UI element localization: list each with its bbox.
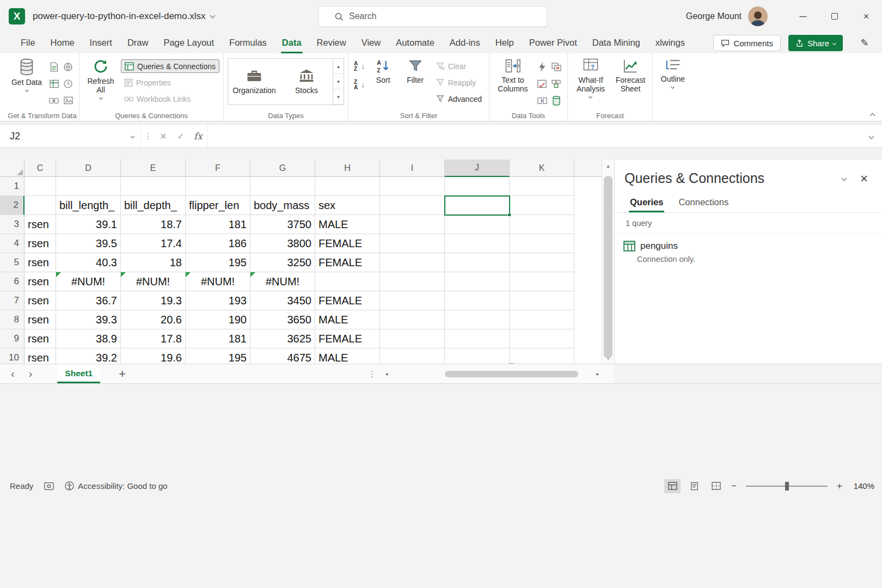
cell-J2[interactable] <box>445 196 510 215</box>
cell-C7[interactable]: rsen <box>24 291 56 310</box>
zoom-out-button[interactable]: − <box>730 481 738 492</box>
prev-sheet-button[interactable]: ‹ <box>11 367 15 380</box>
cell-H10[interactable]: MALE <box>315 348 380 364</box>
cell-E5[interactable]: 18 <box>121 253 186 272</box>
cell-H3[interactable]: MALE <box>315 215 380 234</box>
page-layout-view-button[interactable] <box>686 479 702 493</box>
tab-queries[interactable]: Queries <box>624 193 669 212</box>
cell-G9[interactable]: 3625 <box>250 329 315 348</box>
close-button[interactable]: × <box>850 0 882 33</box>
cell-J1[interactable] <box>445 177 510 196</box>
cell-F6[interactable]: #NUM! <box>186 272 250 291</box>
reapply-filter-button[interactable]: Reapply <box>433 76 485 89</box>
cell-F10[interactable]: 195 <box>186 348 250 364</box>
cell-E3[interactable]: 18.7 <box>121 215 186 234</box>
from-text-csv-icon[interactable] <box>48 61 60 73</box>
forecast-sheet-button[interactable]: Forecast Sheet <box>612 56 648 93</box>
workbook-title[interactable]: power-query-to-python-in-excel-demo.xlsx <box>33 11 205 22</box>
tab-connections[interactable]: Connections <box>673 193 734 212</box>
cell-D3[interactable]: 39.1 <box>56 215 121 234</box>
accessibility-icon[interactable] <box>65 481 74 491</box>
cell-I3[interactable] <box>380 215 445 234</box>
accessibility-status[interactable]: Accessibility: Good to go <box>78 481 167 491</box>
avatar[interactable] <box>748 7 768 26</box>
maximize-button[interactable] <box>819 0 850 33</box>
cell-E8[interactable]: 20.6 <box>121 310 186 329</box>
cell-D8[interactable]: 39.3 <box>56 310 121 329</box>
cancel-entry-button[interactable]: ✕ <box>155 125 172 148</box>
col-header-D[interactable]: D <box>56 160 121 177</box>
what-if-analysis-button[interactable]: ? What-If Analysis <box>572 56 610 98</box>
row-header-9[interactable]: 9 <box>0 329 24 348</box>
get-data-button[interactable]: Get Data <box>9 56 44 91</box>
cell-G6[interactable]: #NUM! <box>250 272 315 291</box>
cell-H9[interactable]: FEMALE <box>315 329 380 348</box>
cell-E4[interactable]: 17.4 <box>121 234 186 253</box>
gallery-up-button[interactable]: ▴ <box>333 59 344 74</box>
cell-J10[interactable] <box>445 348 510 364</box>
confirm-entry-button[interactable]: ✓ <box>172 125 189 148</box>
cell-D5[interactable]: 40.3 <box>56 253 121 272</box>
cell-K4[interactable] <box>510 234 574 253</box>
col-header-G[interactable]: G <box>250 160 315 177</box>
cell-I6[interactable] <box>380 272 445 291</box>
page-break-preview-button[interactable] <box>708 479 724 493</box>
cell-J7[interactable] <box>445 291 510 310</box>
tab-scroll-splitter[interactable]: ⋮ <box>368 369 376 379</box>
col-header-F[interactable]: F <box>186 160 250 177</box>
cell-E1[interactable] <box>121 177 186 196</box>
zoom-slider[interactable] <box>746 486 828 487</box>
cell-H8[interactable]: MALE <box>315 310 380 329</box>
pane-options-chevron-icon[interactable] <box>842 176 847 181</box>
cell-K5[interactable] <box>510 253 574 272</box>
sheet-tab-sheet1[interactable]: Sheet1 <box>57 364 100 383</box>
cell-E6[interactable]: #NUM! <box>121 272 186 291</box>
cell-D1[interactable] <box>56 177 121 196</box>
cell-K10[interactable] <box>510 348 574 364</box>
cell-G5[interactable]: 3250 <box>250 253 315 272</box>
vertical-scroll-track[interactable] <box>602 171 614 352</box>
filename-dropdown-icon[interactable] <box>210 13 216 19</box>
cell-K8[interactable] <box>510 310 574 329</box>
tab-data[interactable]: Data <box>274 33 309 53</box>
tab-home[interactable]: Home <box>43 33 82 53</box>
cell-C1[interactable] <box>24 177 56 196</box>
cell-I2[interactable] <box>380 196 445 215</box>
cell-G3[interactable]: 3750 <box>250 215 315 234</box>
scroll-up-button[interactable]: ▴ <box>602 160 614 171</box>
pane-close-icon[interactable]: × <box>860 172 868 185</box>
cell-D10[interactable]: 39.2 <box>56 348 121 364</box>
tab-xlwings[interactable]: xlwings <box>648 33 693 53</box>
cell-I7[interactable] <box>380 291 445 310</box>
tab-add-ins[interactable]: Add-ins <box>442 33 488 53</box>
new-sheet-button[interactable]: + <box>119 367 126 381</box>
scroll-right-button[interactable]: ▸ <box>593 371 602 377</box>
cell-I5[interactable] <box>380 253 445 272</box>
cell-J6[interactable] <box>445 272 510 291</box>
sort-button[interactable]: AZ Sort <box>369 56 397 84</box>
row-header-6[interactable]: 6 <box>0 272 24 291</box>
cell-C6[interactable]: rsen <box>24 272 56 291</box>
formula-input[interactable] <box>207 125 860 148</box>
cell-C8[interactable]: rsen <box>24 310 56 329</box>
cell-D7[interactable]: 36.7 <box>56 291 121 310</box>
cell-H1[interactable] <box>315 177 380 196</box>
gallery-down-button[interactable]: ▾ <box>333 74 344 89</box>
editing-mode-button[interactable]: ✎ <box>854 37 875 49</box>
col-header-I[interactable]: I <box>380 160 445 177</box>
col-header-H[interactable]: H <box>315 160 380 177</box>
cell-I8[interactable] <box>380 310 445 329</box>
cell-D2[interactable]: bill_length_ <box>56 196 121 215</box>
cell-G1[interactable] <box>250 177 315 196</box>
tab-power-pivot[interactable]: Power Pivot <box>522 33 585 53</box>
tab-view[interactable]: View <box>354 33 388 53</box>
horizontal-scroll-thumb[interactable] <box>445 371 578 377</box>
name-box-dropdown-icon[interactable] <box>131 134 134 138</box>
cell-G4[interactable]: 3800 <box>250 234 315 253</box>
existing-connections-icon[interactable] <box>48 95 60 107</box>
col-header-K[interactable]: K <box>510 160 574 177</box>
cell-D4[interactable]: 39.5 <box>56 234 121 253</box>
cell-G7[interactable]: 3450 <box>250 291 315 310</box>
tab-review[interactable]: Review <box>309 33 354 53</box>
col-header-C[interactable]: C <box>24 160 56 177</box>
